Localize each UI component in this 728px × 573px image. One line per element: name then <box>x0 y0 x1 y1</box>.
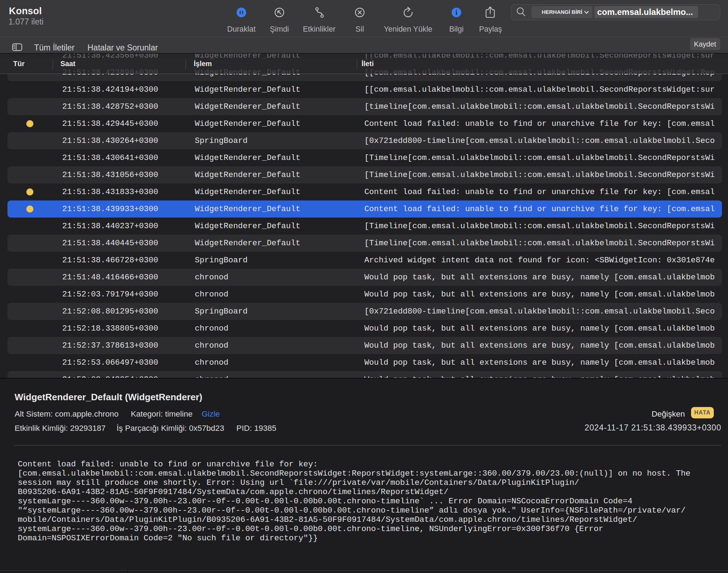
svg-text:i: i <box>455 9 457 16</box>
